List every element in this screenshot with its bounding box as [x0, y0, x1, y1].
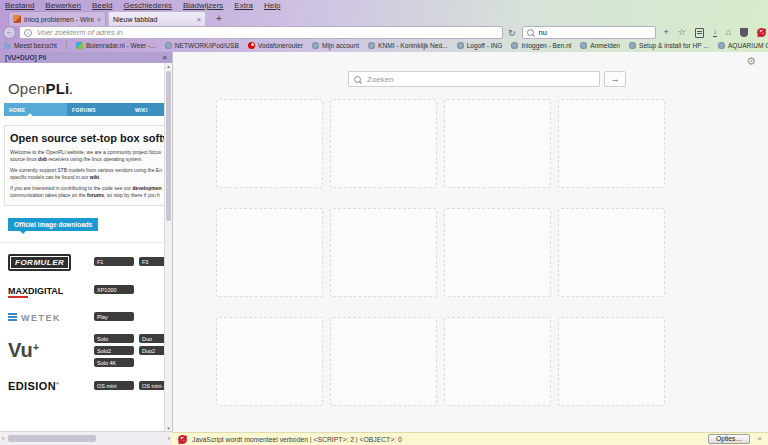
brand-logo-formuler: FORMULER — [8, 251, 94, 271]
vu-part: Vu — [8, 339, 33, 361]
bold-term: dvb — [38, 156, 47, 162]
menu-geschiedenis[interactable]: Geschiedenis — [123, 1, 171, 10]
newtab-tile[interactable] — [330, 99, 437, 188]
shield-icon[interactable] — [740, 28, 748, 37]
official-downloads-button[interactable]: Official image downloads — [8, 218, 98, 231]
bookmark-item[interactable]: Setup & install for HP ... — [629, 42, 709, 49]
model-button-xp1000[interactable]: XP1000 — [94, 285, 134, 294]
brand-row: EDISION®OS miniOS mini + — [8, 376, 165, 394]
browser-chrome: BestandBewerkenBeeldGeschiedenisBladwijz… — [0, 0, 768, 52]
bookmark-item[interactable]: Vodafonerouter — [248, 42, 303, 49]
sidebar-close-icon[interactable]: × — [162, 54, 167, 62]
newtab-tile[interactable] — [216, 208, 323, 297]
back-button[interactable]: ← — [3, 26, 16, 39]
newtab-tile[interactable] — [558, 99, 665, 188]
newtab-tile[interactable] — [216, 99, 323, 188]
newtab-tile[interactable] — [330, 317, 437, 406]
model-button-os-mini-[interactable]: OS mini + — [139, 381, 165, 390]
tab-title: inlog problemen - Windo... — [24, 16, 94, 23]
add-search-icon[interactable]: + — [664, 27, 669, 38]
scroll-left-icon[interactable]: ‹ — [0, 433, 6, 444]
newtab-tile[interactable] — [216, 317, 323, 406]
navigation-toolbar: ← i ↻ + ☆ ↓ ⌂ S — [0, 26, 768, 39]
url-bar[interactable]: i — [19, 26, 503, 39]
model-button-play[interactable]: Play — [94, 312, 134, 321]
newtab-tile[interactable] — [444, 99, 551, 188]
bookmark-item[interactable]: Mijn account — [312, 42, 359, 49]
newtab-tile[interactable] — [558, 317, 665, 406]
newtab-search-box[interactable] — [348, 71, 600, 87]
tab-close-icon[interactable]: × — [197, 16, 201, 23]
site-tab-home[interactable]: HOME — [4, 103, 67, 116]
model-button-solo-4k[interactable]: Solo 4K — [94, 358, 134, 367]
bookmark-label: Buienradar.nl - Weer -... — [86, 42, 156, 49]
bookmarks-toolbar: Meest bezochtBuienradar.nl - Weer -...NE… — [0, 39, 768, 53]
status-close-icon[interactable]: × — [755, 435, 762, 443]
bookmark-item[interactable]: NETWORK/iPod/USB — [165, 42, 239, 49]
bookmark-item[interactable]: Buienradar.nl - Weer -... — [76, 42, 156, 49]
edision-logo: EDISION® — [8, 380, 59, 392]
gear-icon[interactable]: ⚙ — [746, 55, 756, 68]
bookmark-item[interactable]: KNMI - Koninklijk Ned... — [368, 42, 448, 49]
paragraph-line: communication takes place on the forums,… — [10, 192, 165, 199]
options-button[interactable]: Opties… — [708, 434, 750, 444]
new-tab-button[interactable]: + — [212, 14, 226, 24]
sidebar-horizontal-scrollbar[interactable]: ‹ › — [0, 431, 172, 445]
bookmark-item[interactable]: Meest bezocht — [4, 42, 57, 49]
url-input[interactable] — [35, 27, 498, 38]
newtab-tile[interactable] — [330, 208, 437, 297]
site-tab-wiki[interactable]: WIKI — [130, 103, 165, 116]
model-button-solo[interactable]: Solo — [94, 334, 134, 343]
bookmark-star-icon[interactable]: ☆ — [678, 27, 686, 38]
bookmark-item[interactable]: Anmelden — [580, 42, 620, 49]
search-bar[interactable] — [522, 26, 656, 39]
bookmark-item[interactable]: AQUARIUM GUIDE - Fi... — [718, 42, 768, 49]
site-tab-forums[interactable]: FORUMS — [67, 103, 130, 116]
text-segment: receivers using the linux operating syst… — [47, 156, 143, 162]
model-button-f3[interactable]: F3 — [139, 257, 165, 266]
reload-icon[interactable]: ↻ — [508, 28, 516, 38]
plus-part: + — [33, 341, 39, 353]
bookmark-item[interactable]: Logoff - ING — [457, 42, 503, 49]
download-icon[interactable]: ↓ — [713, 28, 717, 37]
info-icon[interactable]: i — [24, 29, 32, 37]
noscript-icon[interactable]: S — [757, 28, 766, 37]
model-button-duo[interactable]: Duo — [139, 334, 165, 343]
folder-icon — [4, 44, 11, 49]
tab-2[interactable]: Nieuw tabblad× — [108, 11, 206, 26]
newtab-tile[interactable] — [444, 317, 551, 406]
model-button-duo2[interactable]: Duo2 — [139, 346, 165, 355]
horizontal-scroll-thumb[interactable] — [8, 435, 96, 442]
menu-extra[interactable]: Extra — [234, 1, 253, 10]
menu-bladwijzers[interactable]: Bladwijzers — [183, 1, 223, 10]
menu-beeld[interactable]: Beeld — [92, 1, 112, 10]
noscript-icon[interactable]: S — [178, 435, 187, 444]
tab-1[interactable]: inlog problemen - Windo...× — [8, 11, 106, 26]
library-icon[interactable] — [695, 28, 704, 38]
menu-help[interactable]: Help — [264, 1, 280, 10]
search-input[interactable] — [537, 27, 651, 38]
scroll-up-icon[interactable]: ▴ — [165, 63, 172, 70]
globe-icon — [629, 42, 636, 49]
bookmark-item[interactable]: Inloggen - Ben.nl — [511, 42, 571, 49]
menu-bewerken[interactable]: Bewerken — [45, 1, 81, 10]
search-go-button[interactable]: → — [604, 71, 626, 87]
newtab-tile[interactable] — [444, 208, 551, 297]
maxdigital-logo: MAXDIGITAL — [8, 280, 63, 297]
menu-bestand[interactable]: Bestand — [5, 1, 34, 10]
model-button-solo2[interactable]: Solo2 — [94, 346, 134, 355]
formuler-logo: FORMULER — [8, 254, 71, 271]
vertical-scroll-thumb[interactable] — [166, 71, 171, 221]
menu-bar: BestandBewerkenBeeldGeschiedenisBladwijz… — [0, 0, 768, 11]
registered-mark: ® — [56, 381, 59, 386]
model-button-os-mini[interactable]: OS mini — [94, 381, 134, 390]
newtab-search-input[interactable] — [365, 74, 594, 85]
model-button-f1[interactable]: F1 — [94, 257, 134, 266]
sidebar-vertical-scrollbar[interactable]: ▴ ▾ — [164, 63, 172, 432]
newtab-tile[interactable] — [558, 208, 665, 297]
hero-box: Open source set-top box software Welcome… — [4, 125, 165, 206]
home-icon[interactable]: ⌂ — [726, 27, 731, 38]
brand-row: FORMULERF1F3 — [8, 251, 165, 271]
vuplus-logo: Vu+ — [8, 343, 39, 360]
tab-close-icon[interactable]: × — [97, 16, 101, 23]
